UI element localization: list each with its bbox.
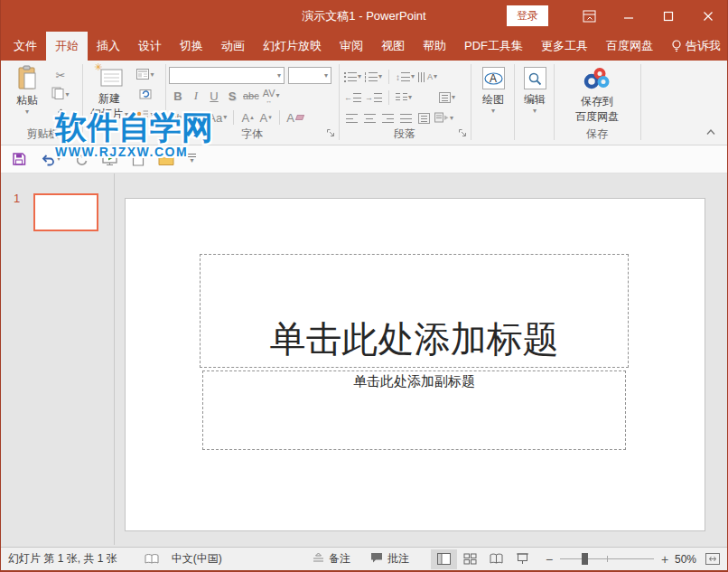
numbered-list-icon xyxy=(365,72,378,82)
customize-qat-button[interactable]: ▾ xyxy=(188,154,196,164)
italic-button[interactable]: I xyxy=(189,87,203,105)
slide-indicator[interactable]: 幻灯片 第 1 张, 共 1 张 xyxy=(8,551,117,567)
reading-view-button[interactable] xyxy=(483,549,509,569)
strikethrough-button[interactable]: abc xyxy=(243,87,259,105)
zoom-slider[interactable] xyxy=(560,558,654,559)
zoom-out-button[interactable]: − xyxy=(545,552,554,567)
clipboard-dialog-launcher-icon[interactable] xyxy=(70,125,79,141)
subtitle-placeholder[interactable]: 单击此处添加副标题 xyxy=(202,370,626,450)
tab-tell-me[interactable]: 告诉我 xyxy=(662,32,728,61)
smartart-convert-button[interactable]: ▾ xyxy=(434,109,453,127)
font-dialog-launcher-icon[interactable] xyxy=(326,125,335,141)
save-button[interactable] xyxy=(12,152,26,166)
tab-baidu-netdisk[interactable]: 百度网盘 xyxy=(597,32,662,61)
character-spacing-button[interactable]: AV↔ ▾ xyxy=(263,87,280,105)
new-document-button[interactable] xyxy=(132,152,145,166)
language-indicator[interactable]: 中文(中国) xyxy=(172,551,222,567)
bullets-button[interactable]: ▾ xyxy=(344,68,361,86)
tab-home[interactable]: 开始 xyxy=(46,32,88,61)
normal-view-icon xyxy=(437,553,451,565)
tab-help[interactable]: 帮助 xyxy=(414,32,455,61)
section-button[interactable]: ▾ xyxy=(135,106,156,124)
open-file-button[interactable] xyxy=(158,153,174,165)
redo-button[interactable] xyxy=(74,152,89,166)
minimize-button[interactable] xyxy=(615,0,642,32)
login-button[interactable]: 登录 xyxy=(507,5,548,26)
zoom-in-button[interactable]: + xyxy=(660,552,669,567)
tab-design[interactable]: 设计 xyxy=(129,32,171,61)
title-placeholder[interactable]: 单击此处添加标题 xyxy=(200,254,629,368)
format-painter-brush-icon xyxy=(54,107,67,123)
undo-button[interactable]: ▾ xyxy=(40,153,61,166)
paragraph-dialog-launcher-icon[interactable] xyxy=(458,125,467,141)
align-right-button[interactable] xyxy=(380,109,395,127)
increase-indent-button[interactable]: → xyxy=(365,89,382,107)
align-left-button[interactable] xyxy=(344,109,359,127)
tab-slideshow[interactable]: 幻灯片放映 xyxy=(254,32,331,61)
tab-view[interactable]: 视图 xyxy=(372,32,414,61)
dropdown-arrow-icon: ▾ xyxy=(434,73,437,80)
justify-button[interactable] xyxy=(398,109,413,127)
tab-more-tools[interactable]: 更多工具 xyxy=(532,32,597,61)
increase-font-size-button[interactable]: A xyxy=(240,108,255,127)
fit-to-window-button[interactable] xyxy=(705,553,720,565)
notes-button[interactable]: 备注 xyxy=(313,551,350,567)
zoom-level[interactable]: 50% xyxy=(675,553,696,566)
new-slide-button[interactable]: ✳ 新建 幻灯片 ▾ xyxy=(86,65,133,122)
font-size-combobox[interactable]: ▾ xyxy=(288,67,331,84)
notes-icon xyxy=(313,552,324,566)
phonetic-guide-button[interactable]: ab ▾ xyxy=(171,108,186,127)
tab-insert[interactable]: 插入 xyxy=(88,32,129,61)
slide-layout-button[interactable]: ▾ xyxy=(135,66,156,84)
tab-pdf-tools[interactable]: PDF工具集 xyxy=(455,32,532,61)
paste-button[interactable]: 粘贴 ▾ xyxy=(8,65,46,116)
save-to-baidu-netdisk-button[interactable]: 保存到 百度网盘 xyxy=(563,66,631,125)
slide-sorter-view-button[interactable] xyxy=(457,549,483,569)
copy-button[interactable]: ▾ xyxy=(50,86,71,104)
decrease-font-size-button[interactable]: A xyxy=(258,108,273,127)
bold-button[interactable]: B xyxy=(171,87,185,105)
comment-bubble-icon xyxy=(370,552,383,566)
comments-button[interactable]: 批注 xyxy=(370,551,409,567)
tab-animations[interactable]: 动画 xyxy=(212,32,254,61)
slide-thumbnail[interactable] xyxy=(33,193,98,231)
draw-button[interactable]: A 绘图 ▾ xyxy=(478,67,509,115)
zoom-slider-thumb[interactable] xyxy=(582,553,588,565)
distribute-columns-button[interactable] xyxy=(416,109,431,127)
font-color-button[interactable]: A ▾ xyxy=(190,108,204,127)
align-text-button[interactable]: ▾ xyxy=(439,89,455,107)
spell-check-button[interactable] xyxy=(145,553,159,565)
format-painter-button[interactable] xyxy=(50,106,71,124)
clear-formatting-button[interactable]: A xyxy=(286,108,303,127)
tab-file[interactable]: 文件 xyxy=(5,32,46,61)
draw-icon: A xyxy=(482,67,505,89)
underline-button[interactable]: U xyxy=(207,87,221,105)
edit-button[interactable]: 编辑 ▾ xyxy=(519,67,550,115)
change-case-button[interactable]: Aa ▾ xyxy=(208,108,227,127)
separator xyxy=(233,110,234,125)
panel-divider[interactable] xyxy=(114,173,115,545)
start-slideshow-button[interactable] xyxy=(102,152,118,166)
normal-view-button[interactable] xyxy=(431,549,457,569)
close-button[interactable] xyxy=(695,0,722,32)
font-name-combobox[interactable]: ▾ xyxy=(169,67,285,84)
tab-review[interactable]: 审阅 xyxy=(331,32,372,61)
line-spacing-button[interactable]: ↕ ▾ xyxy=(396,68,415,86)
reset-slide-button[interactable] xyxy=(135,86,156,104)
slideshow-view-button[interactable] xyxy=(509,549,536,569)
text-shadow-button[interactable]: S xyxy=(225,87,239,105)
slide-canvas[interactable]: 单击此处添加标题 单击此处添加副标题 xyxy=(125,198,705,531)
maximize-button[interactable] xyxy=(655,0,682,32)
tab-transitions[interactable]: 切换 xyxy=(171,32,212,61)
text-direction-button[interactable]: A ▾ xyxy=(418,68,437,86)
cut-button[interactable]: ✂ xyxy=(50,66,71,84)
slide-thumbnail-number: 1 xyxy=(14,192,20,205)
numbering-button[interactable]: ▾ xyxy=(365,68,382,86)
columns-button[interactable]: ▾ xyxy=(396,89,412,107)
align-center-button[interactable] xyxy=(362,109,377,127)
ribbon-display-options-icon[interactable] xyxy=(575,0,602,32)
subtitle-placeholder-text: 单击此处添加副标题 xyxy=(203,373,625,390)
collapse-ribbon-button[interactable] xyxy=(705,123,716,139)
sparkle-icon: ✳ xyxy=(94,61,102,73)
decrease-indent-button[interactable]: ← xyxy=(344,89,361,107)
